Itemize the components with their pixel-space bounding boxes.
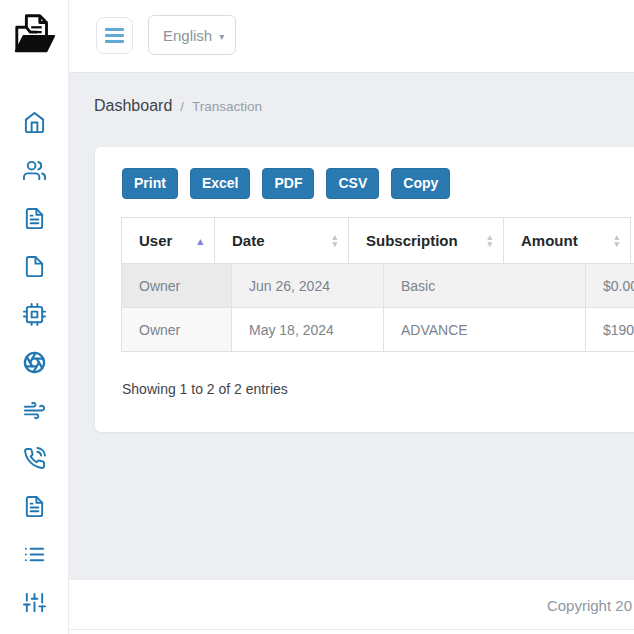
sidebar-item-settings[interactable]	[0, 592, 69, 616]
sidebar-item-report[interactable]	[0, 496, 69, 520]
sidebar-item-users[interactable]	[0, 160, 69, 184]
app: { "brand": { "logo_icon": "open-folder-d…	[0, 0, 634, 634]
column-header-date[interactable]: Date ▴▾	[215, 218, 349, 264]
file-icon	[23, 255, 46, 282]
cell-subscription: Basic	[384, 264, 586, 308]
users-icon	[23, 159, 46, 186]
aperture-icon	[23, 351, 46, 378]
column-label: Date	[232, 232, 265, 249]
transactions-card: Print Excel PDF CSV Copy User ▴ Date	[95, 147, 634, 432]
top-navbar: English ▾	[69, 0, 634, 73]
sidebar-toggle-button[interactable]	[96, 17, 133, 54]
sidebar-item-phone[interactable]	[0, 448, 69, 472]
breadcrumb-separator: /	[180, 99, 184, 114]
language-value: English	[163, 27, 212, 44]
breadcrumb-current: Transaction	[192, 99, 262, 114]
sidebar-item-documents[interactable]	[0, 208, 69, 232]
sidebar-item-home[interactable]	[0, 112, 69, 136]
sort-icon: ▴▾	[332, 234, 337, 248]
phone-call-icon	[23, 447, 46, 474]
cpu-icon	[23, 303, 46, 330]
table-body: Owner Jun 26, 2024 Basic $0.00 Owner May…	[121, 263, 634, 352]
print-button[interactable]: Print	[122, 168, 178, 199]
copy-button[interactable]: Copy	[391, 168, 450, 199]
column-label: User	[139, 232, 172, 249]
pdf-button[interactable]: PDF	[262, 168, 314, 199]
sort-icon: ▴▾	[487, 234, 492, 248]
main-content: Dashboard / Transaction Print Excel PDF …	[69, 73, 634, 580]
table-summary: Showing 1 to 2 of 2 entries	[122, 381, 288, 397]
sidebar-item-wind[interactable]	[0, 400, 69, 424]
cell-date: Jun 26, 2024	[232, 264, 384, 308]
file-text-icon	[23, 495, 46, 522]
cell-subscription: ADVANCE	[384, 308, 586, 352]
column-header-subscription[interactable]: Subscription ▴▾	[349, 218, 504, 264]
cell-amount: $1900.00	[586, 308, 634, 352]
sliders-icon	[23, 591, 46, 618]
list-icon	[23, 543, 46, 570]
chevron-down-icon: ▾	[219, 31, 224, 42]
brand-logo[interactable]	[12, 11, 58, 57]
table-row: Owner May 18, 2024 ADVANCE $1900.00	[122, 308, 634, 352]
cell-user: Owner	[122, 264, 232, 308]
column-header-user[interactable]: User ▴	[122, 218, 215, 264]
home-icon	[23, 111, 46, 138]
open-folder-document-icon	[12, 43, 58, 60]
table-row: Owner Jun 26, 2024 Basic $0.00	[122, 264, 634, 308]
breadcrumb: Dashboard / Transaction	[94, 97, 262, 115]
breadcrumb-dashboard[interactable]: Dashboard	[94, 97, 172, 115]
cell-date: May 18, 2024	[232, 308, 384, 352]
sidebar-item-file[interactable]	[0, 256, 69, 280]
wind-icon	[23, 399, 46, 426]
column-header-amount[interactable]: Amount ▴▾	[504, 218, 631, 264]
sort-asc-icon: ▴	[197, 235, 203, 246]
csv-button[interactable]: CSV	[326, 168, 379, 199]
copyright-text: Copyright 20	[547, 597, 632, 614]
sidebar-item-cpu[interactable]	[0, 304, 69, 328]
column-label: Amount	[521, 232, 578, 249]
transactions-table: User ▴ Date ▴▾ Subscription ▴▾	[121, 217, 634, 352]
cell-user: Owner	[122, 308, 232, 352]
file-text-icon	[23, 207, 46, 234]
language-selector[interactable]: English ▾	[148, 15, 236, 55]
sidebar-item-aperture[interactable]	[0, 352, 69, 376]
export-toolbar: Print Excel PDF CSV Copy	[122, 168, 450, 199]
column-label: Subscription	[366, 232, 458, 249]
hamburger-icon	[105, 28, 124, 43]
sidebar	[0, 0, 69, 634]
sidebar-item-list[interactable]	[0, 544, 69, 568]
sort-icon: ▴▾	[614, 234, 619, 248]
excel-button[interactable]: Excel	[190, 168, 251, 199]
page-footer: Copyright 20	[69, 580, 634, 630]
cell-amount: $0.00	[586, 264, 634, 308]
table-header: User ▴ Date ▴▾ Subscription ▴▾	[121, 217, 631, 264]
